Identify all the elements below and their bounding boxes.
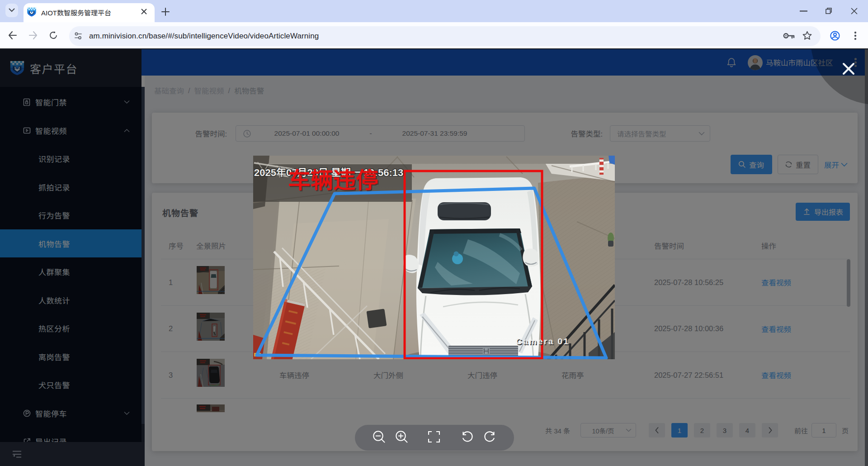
svg-text:车辆违停: 车辆违停 [288, 168, 378, 193]
svg-text:Camera 01: Camera 01 [516, 337, 570, 346]
